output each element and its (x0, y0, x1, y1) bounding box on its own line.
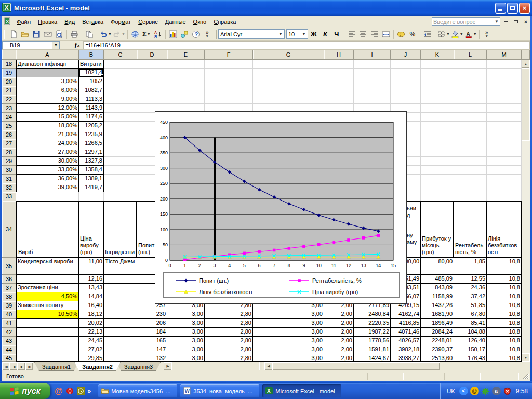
bold-icon[interactable]: Ж (308, 29, 320, 40)
cell-M41[interactable]: 10,8 (487, 319, 522, 328)
cell-K38[interactable]: 1158,99 (421, 292, 454, 301)
cell-A41[interactable] (16, 319, 79, 328)
row-header-19[interactable]: 19 (2, 69, 16, 77)
help-icon[interactable]: ? (190, 29, 202, 40)
cell-J44[interactable]: 3982,18 (391, 345, 421, 354)
cell-L18[interactable] (454, 60, 487, 69)
cell-M29[interactable] (487, 157, 522, 166)
minimize-button[interactable] (495, 3, 506, 14)
cell-I42[interactable]: 1987,22 (354, 328, 391, 337)
cell-D21[interactable] (137, 86, 167, 95)
horizontal-scroll-thumb[interactable] (273, 362, 440, 370)
cell-B26[interactable]: 1235,9 (79, 130, 104, 139)
print-icon[interactable] (69, 29, 80, 40)
cell-C29[interactable] (104, 157, 137, 166)
cell-A36[interactable] (16, 275, 79, 284)
cell-E40[interactable]: 3,00 (167, 310, 205, 319)
cell-A28[interactable]: 27,00% (16, 148, 79, 157)
scroll-up-icon[interactable]: ▲ (522, 60, 530, 68)
cell-L37[interactable]: 24,36 (454, 284, 487, 292)
copy-icon[interactable] (84, 29, 95, 40)
cell-M44[interactable]: 10,8 (487, 345, 522, 354)
cell-G43[interactable]: 3,00 (253, 337, 324, 345)
cell-L36[interactable]: 12,55 (454, 275, 487, 284)
cell-B41[interactable]: 20,02 (79, 319, 104, 328)
cell-H41[interactable]: 2,00 (324, 319, 354, 328)
cell-B25[interactable]: 1205,2 (79, 122, 104, 130)
cell-C41[interactable] (104, 319, 137, 328)
row-header-45[interactable]: 45 (2, 354, 16, 362)
cell-M35[interactable]: 10,8 (487, 258, 522, 275)
cell-K27[interactable] (421, 139, 454, 148)
cell-B40[interactable]: 18,12 (79, 310, 104, 319)
cell-E22[interactable] (167, 95, 205, 104)
cell-C26[interactable] (104, 130, 137, 139)
cell-G45[interactable]: 3,00 (253, 354, 324, 362)
cell-C35[interactable]: Тісто Джем (104, 258, 137, 275)
cell-B37[interactable]: 13,43 (79, 284, 104, 292)
cell-C28[interactable] (104, 148, 137, 157)
cell-C42[interactable] (104, 328, 137, 337)
email-at-icon[interactable]: @ (55, 387, 63, 396)
undo-icon[interactable]: ▼ (99, 29, 112, 40)
cell-F40[interactable]: 2,80 (205, 310, 253, 319)
cell-C30[interactable] (104, 166, 137, 175)
cell-B19[interactable]: 1021,4 (79, 69, 104, 77)
indent-icon[interactable] (422, 29, 433, 40)
cell-B23[interactable]: 1143,9 (79, 104, 104, 113)
cell-L31[interactable] (454, 175, 487, 183)
cell-D22[interactable] (137, 95, 167, 104)
shield-icon[interactable] (503, 387, 512, 395)
cell-C38[interactable] (104, 292, 137, 301)
cell-M30[interactable] (487, 166, 522, 175)
column-header-E[interactable]: E (167, 50, 205, 60)
cell-H45[interactable]: 2,00 (324, 354, 354, 362)
row-header-23[interactable]: 23 (2, 104, 16, 113)
row-header-18[interactable]: 18 (2, 60, 16, 69)
sheet-tab-Завдання3[interactable]: Завдання3 (116, 362, 161, 371)
cell-H19[interactable] (324, 69, 354, 77)
cell-F43[interactable]: 2,80 (205, 337, 253, 345)
cell-B44[interactable]: 27,02 (79, 345, 104, 354)
cell-C22[interactable] (104, 95, 137, 104)
cell-M38[interactable]: 10,8 (487, 292, 522, 301)
column-header-C[interactable]: C (104, 50, 137, 60)
cell-M37[interactable]: 10,8 (487, 284, 522, 292)
cell-A34[interactable]: Виріб (16, 201, 79, 258)
cell-F22[interactable] (205, 95, 253, 104)
name-box[interactable]: B19 (2, 41, 52, 49)
cell-J19[interactable] (391, 69, 421, 77)
drawing-icon[interactable] (179, 29, 190, 40)
cell-I20[interactable] (354, 77, 391, 86)
cell-L39[interactable]: 51,85 (454, 301, 487, 310)
cell-B21[interactable]: 1082,7 (79, 86, 104, 95)
row-header-25[interactable]: 25 (2, 122, 16, 130)
clock-icon[interactable] (77, 387, 85, 395)
cell-L35[interactable]: 1,85 (454, 258, 487, 275)
row-header-41[interactable]: 41 (2, 319, 16, 328)
open-folder-icon[interactable] (19, 29, 31, 40)
cell-C19[interactable] (104, 69, 137, 77)
merge-center-icon[interactable] (380, 29, 392, 40)
cell-G44[interactable]: 3,00 (253, 345, 324, 354)
cell-K40[interactable]: 1681,90 (421, 310, 454, 319)
currency-icon[interactable] (395, 29, 407, 40)
column-header-H[interactable]: H (324, 50, 354, 60)
cell-F21[interactable] (205, 86, 253, 95)
cell-K23[interactable] (421, 104, 454, 113)
align-center-icon[interactable] (357, 29, 369, 40)
column-header-D[interactable]: D (137, 50, 167, 60)
menu-item-7[interactable]: Данные (162, 17, 190, 26)
cell-K36[interactable]: 485,09 (421, 275, 454, 284)
cell-B28[interactable]: 1297,1 (79, 148, 104, 157)
cell-J20[interactable] (391, 77, 421, 86)
cell-A19[interactable] (16, 69, 79, 77)
cell-B43[interactable]: 24,45 (79, 337, 104, 345)
row-header-30[interactable]: 30 (2, 166, 16, 175)
cell-B18[interactable]: Витрати (79, 60, 104, 69)
vertical-scroll-thumb[interactable] (522, 68, 530, 141)
task-button-3[interactable]: XMicrosoft Excel - model (262, 384, 341, 397)
menu-item-5[interactable]: Формат (107, 17, 135, 26)
toolbar-grip[interactable] (4, 30, 6, 39)
cell-I21[interactable] (354, 86, 391, 95)
